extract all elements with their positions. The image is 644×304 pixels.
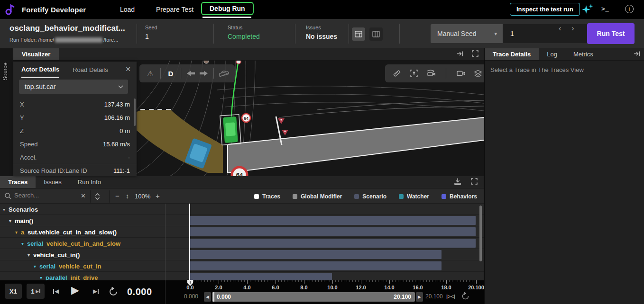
chevron-down-icon[interactable]: ▾ — [28, 252, 30, 258]
close-icon[interactable]: ✕ — [125, 65, 131, 73]
tab-issues[interactable]: Issues — [36, 176, 70, 188]
fit-vertical-icon[interactable]: ↕ — [126, 192, 129, 200]
zoom-out-icon[interactable]: − — [115, 192, 120, 200]
zoom-in-icon[interactable]: + — [156, 192, 160, 200]
fit-range-icon[interactable]: |><| — [446, 294, 455, 299]
search-input[interactable] — [13, 191, 75, 199]
info-icon[interactable]: i — [625, 5, 634, 13]
run-test-button[interactable]: Run Test — [587, 23, 635, 44]
legend-item[interactable]: Scenario — [354, 193, 386, 200]
tab-road-details[interactable]: Road Details — [73, 62, 108, 78]
tab-log[interactable]: Log — [539, 48, 565, 60]
scrub-left-button[interactable]: ◀ — [204, 292, 211, 302]
trace-bar[interactable] — [190, 216, 476, 225]
legend-item[interactable]: Global Modifier — [293, 193, 342, 200]
seed-next-icon[interactable]: › — [571, 24, 574, 33]
chevron-down-icon[interactable]: ▾ — [34, 264, 36, 269]
download-icon[interactable] — [453, 178, 462, 187]
collapse-panel-icon[interactable] — [633, 50, 641, 59]
axis-tick — [401, 280, 401, 282]
legend-item[interactable]: Traces — [254, 193, 280, 200]
trace-row[interactable]: ▾serialvehicle_cut_in — [0, 260, 484, 272]
skip-to-end-button[interactable]: ▶ — [93, 288, 99, 295]
tree-name: Scenarios — [9, 206, 38, 213]
clear-search-icon[interactable]: ✕ — [81, 192, 86, 199]
tab-run-info[interactable]: Run Info — [70, 176, 109, 188]
fullscreen-icon[interactable] — [470, 178, 478, 187]
tab-visualizer[interactable]: Visualizer — [13, 48, 59, 60]
axis-tick — [335, 280, 336, 282]
fullscreen-icon[interactable] — [471, 50, 479, 59]
play-button[interactable]: ▶ — [71, 284, 79, 296]
car-maneuver-icon[interactable] — [218, 70, 230, 77]
step-size-button[interactable]: 1 ▶ — [27, 284, 45, 299]
axis-tick — [230, 280, 230, 282]
layers-icon[interactable] — [472, 70, 484, 78]
ego-vehicle[interactable] — [220, 115, 241, 145]
layout-horizontal-split-button[interactable] — [352, 27, 365, 41]
trace-row[interactable]: ▾main() — [0, 215, 484, 226]
trace-bar[interactable] — [190, 227, 476, 236]
chevron-down-icon[interactable]: ▾ — [15, 230, 18, 235]
tree-scrollbar[interactable] — [479, 206, 482, 261]
focus-target-icon[interactable] — [408, 69, 420, 78]
layout-vertical-split-button[interactable] — [369, 27, 383, 41]
trace-row[interactable]: ▾asut.vehicle_cut_in_and_slow() — [0, 226, 484, 238]
trace-row-label: ▾serialvehicle_cut_in — [0, 260, 165, 272]
follow-camera-icon[interactable] — [425, 70, 437, 77]
run-summary-bar: osclang_behavior_modificat... Run Folder… — [0, 19, 644, 48]
chevron-down-icon[interactable]: ▾ — [21, 241, 24, 246]
scrub-range-bar[interactable]: 0.000 20.100 — [212, 292, 415, 302]
chevron-down-icon[interactable]: ▾ — [3, 207, 5, 212]
inspect-test-run-button[interactable]: Inspect the test run — [510, 3, 580, 16]
tab-actor-details[interactable]: Actor Details — [21, 62, 59, 78]
playback-speed-button[interactable]: X1 — [5, 284, 22, 299]
replay-icon[interactable] — [108, 286, 119, 297]
chevron-down-icon[interactable]: ▾ — [40, 275, 42, 280]
column-divider[interactable] — [165, 204, 166, 280]
tab-trace-details[interactable]: Trace Details — [485, 48, 539, 60]
trace-row[interactable]: ▾serialvehicle_cut_in_and_slow — [0, 238, 484, 249]
actor-select-dropdown[interactable]: top.sut.car — [19, 80, 128, 94]
arrow-left-icon[interactable] — [185, 71, 197, 76]
axis-tick — [375, 280, 376, 282]
panel-scrollbar[interactable] — [134, 98, 136, 126]
source-tab[interactable]: Source — [2, 63, 9, 80]
collapse-panel-icon[interactable] — [456, 50, 464, 59]
scrub-right-button[interactable]: ▶ — [416, 292, 423, 302]
arrow-right-icon[interactable] — [197, 71, 210, 76]
trace-bar[interactable] — [190, 273, 332, 280]
expand-collapse-all-icon[interactable] — [94, 193, 101, 202]
tab-traces[interactable]: Traces — [0, 176, 36, 188]
terminal-icon[interactable]: >_ — [601, 5, 609, 12]
trace-bar[interactable] — [190, 239, 476, 248]
axis-tick — [330, 280, 330, 282]
legend-item[interactable]: Behaviors — [442, 193, 477, 200]
reset-range-icon[interactable] — [461, 292, 470, 301]
tab-metrics[interactable]: Metrics — [565, 48, 601, 60]
scrub-playhead[interactable] — [213, 292, 214, 302]
playhead-line[interactable] — [189, 204, 190, 280]
chevron-down-icon[interactable]: ▾ — [9, 218, 11, 224]
nav-prepare-test[interactable]: Prepare Test — [156, 6, 193, 13]
trace-row[interactable]: ▾parallelinit_drive — [0, 272, 484, 280]
ai-sparkles-icon[interactable] — [580, 3, 595, 18]
nav-load[interactable]: Load — [120, 6, 135, 13]
seed-mode-select[interactable]: Manual Seed ▾ — [431, 24, 503, 43]
drive-mode-indicator[interactable]: D — [165, 70, 177, 78]
nav-debug-run[interactable]: Debug Run — [201, 2, 254, 15]
seed-prev-icon[interactable]: ‹ — [559, 24, 561, 33]
trace-row[interactable]: ▾vehicle_cut_in() — [0, 249, 484, 260]
measure-ruler-icon[interactable] — [391, 69, 403, 78]
trace-row[interactable]: ▾Scenarios — [0, 204, 484, 215]
trace-bar[interactable] — [190, 250, 442, 259]
axis-tick-label: 18.0 — [441, 285, 451, 290]
legend-item[interactable]: Watcher — [399, 193, 429, 200]
divider — [213, 24, 214, 44]
trace-bar[interactable] — [190, 261, 442, 270]
seed-number-input[interactable] — [503, 29, 550, 38]
hazard-warning-icon[interactable]: ⚠ — [144, 69, 156, 78]
axis-tick — [418, 280, 418, 284]
skip-to-start-button[interactable]: ◀ — [53, 288, 59, 295]
video-camera-icon[interactable] — [455, 70, 467, 77]
